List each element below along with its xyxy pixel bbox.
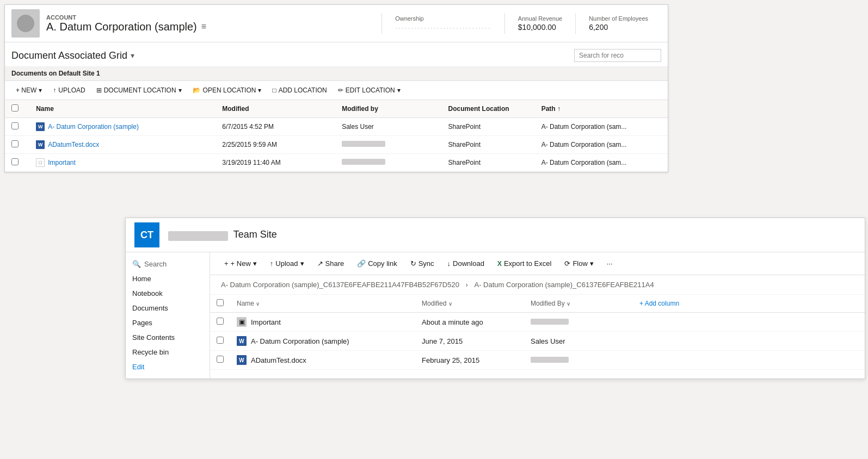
col-header-name[interactable]: Name bbox=[29, 100, 216, 118]
sp-new-chevron-icon: ▾ bbox=[253, 259, 257, 268]
sp-col-header-check bbox=[210, 295, 230, 313]
sp-row-checkbox[interactable] bbox=[217, 337, 224, 344]
sp-upload-icon: ↑ bbox=[270, 259, 274, 268]
list-item: ▣ Important About a minute ago bbox=[210, 313, 865, 332]
sidebar-item-home[interactable]: Home bbox=[126, 271, 210, 286]
col-header-doc-location[interactable]: Document Location bbox=[442, 100, 535, 118]
row-checkbox[interactable] bbox=[11, 158, 19, 165]
open-location-icon: 📂 bbox=[193, 86, 201, 94]
sp-export-button[interactable]: X Export to Excel bbox=[492, 257, 557, 270]
upload-button-label: UPLOAD bbox=[58, 86, 85, 94]
sp-upload-chevron-icon: ▾ bbox=[300, 259, 304, 268]
row-doc-location-cell: SharePoint bbox=[442, 118, 535, 136]
sp-col-header-add-col[interactable]: + Add column bbox=[633, 295, 865, 313]
open-location-button[interactable]: 📂 OPEN LOCATION ▾ bbox=[188, 84, 266, 96]
row-modified-by-cell bbox=[335, 154, 441, 172]
doc-location-icon: ⊞ bbox=[96, 86, 102, 94]
sp-upload-label: Upload bbox=[275, 259, 298, 268]
stat-annual-revenue: Annual Revenue $10,000.00 bbox=[504, 13, 575, 34]
sp-more-label: ··· bbox=[607, 259, 613, 268]
account-stats: Ownership ..............................… bbox=[381, 13, 661, 34]
stat-ownership-value: .............................. bbox=[395, 22, 491, 30]
sp-nav-search[interactable]: 🔍 Search bbox=[126, 257, 210, 271]
sidebar-item-recycle-bin[interactable]: Recycle bin bbox=[126, 345, 210, 359]
sp-row-modified-cell: June 7, 2015 bbox=[415, 332, 524, 351]
sp-row-checkbox[interactable] bbox=[217, 318, 224, 325]
new-button[interactable]: + NEW ▾ bbox=[11, 84, 46, 96]
row-doc-location-cell: SharePoint bbox=[442, 154, 535, 172]
sp-col-header-modified-by[interactable]: Modified By ∨ bbox=[524, 295, 633, 313]
sp-main: 🔍 Search Home Notebook Documents Pages S… bbox=[126, 252, 865, 379]
sp-sync-label: Sync bbox=[418, 259, 434, 268]
dag-chevron-icon[interactable]: ▾ bbox=[131, 51, 134, 60]
file-link[interactable]: W A- Datum Corporation (sample) bbox=[36, 122, 209, 131]
avatar-icon bbox=[17, 15, 34, 32]
blurred-user bbox=[342, 159, 385, 165]
sp-row-name-cell: ▣ Important bbox=[230, 313, 415, 332]
sp-logo: CT bbox=[134, 222, 159, 247]
sidebar-item-pages[interactable]: Pages bbox=[126, 315, 210, 330]
add-location-button[interactable]: □ ADD LOCATION bbox=[268, 84, 331, 96]
sp-download-label: Download bbox=[453, 259, 484, 268]
sp-blurred-user bbox=[531, 357, 569, 363]
upload-button[interactable]: ↑ UPLOAD bbox=[48, 84, 89, 96]
stat-employees-value: 6,200 bbox=[589, 23, 648, 32]
edit-location-button[interactable]: ✏ EDIT LOCATION ▾ bbox=[334, 84, 405, 96]
sp-row-name-cell: W ADatumTest.docx bbox=[230, 351, 415, 370]
sp-file-link[interactable]: ▣ Important bbox=[237, 317, 409, 327]
breadcrumb-part2: A- Datum Corporation (sample)_C6137E6FEA… bbox=[474, 281, 654, 289]
sp-flow-button[interactable]: ⟳ Flow ▾ bbox=[559, 257, 599, 270]
breadcrumb-separator-icon: › bbox=[466, 281, 470, 289]
sidebar-item-edit[interactable]: Edit bbox=[126, 359, 210, 374]
file-link[interactable]: □ Important bbox=[36, 158, 209, 167]
sp-header: CT Team Site bbox=[126, 218, 865, 252]
dag-title: Document Associated Grid ▾ bbox=[11, 50, 134, 61]
sp-row-check-cell bbox=[210, 313, 230, 332]
sp-file-link[interactable]: W A- Datum Corporation (sample) bbox=[237, 336, 409, 346]
new-button-label: + NEW bbox=[16, 86, 36, 94]
sp-more-button[interactable]: ··· bbox=[601, 257, 618, 270]
sp-copy-link-icon: 🔗 bbox=[357, 259, 366, 268]
sp-download-icon: ↓ bbox=[447, 259, 451, 268]
sp-file-link[interactable]: W ADatumTest.docx bbox=[237, 355, 409, 365]
row-checkbox[interactable] bbox=[11, 122, 19, 129]
dag-title-text: Document Associated Grid bbox=[11, 50, 127, 61]
doc-location-chevron-icon: ▾ bbox=[178, 86, 182, 94]
sidebar-item-site-contents[interactable]: Site Contents bbox=[126, 330, 210, 345]
sp-copy-link-button[interactable]: 🔗 Copy link bbox=[352, 257, 402, 270]
sidebar-item-notebook[interactable]: Notebook bbox=[126, 286, 210, 301]
table-row: W A- Datum Corporation (sample) 6/7/2015… bbox=[5, 118, 668, 136]
row-path-cell: A- Datum Corporation (sam... bbox=[535, 136, 668, 154]
row-check-cell bbox=[5, 154, 29, 172]
account-name: A. Datum Corporation (sample) ≡ bbox=[46, 21, 381, 33]
document-table: Name Modified Modified by Document Locat… bbox=[5, 100, 668, 172]
sp-download-button[interactable]: ↓ Download bbox=[442, 257, 490, 270]
sp-site-suffix: Team Site bbox=[233, 229, 277, 240]
file-link[interactable]: W ADatumTest.docx bbox=[36, 140, 209, 149]
sp-row-checkbox[interactable] bbox=[217, 356, 224, 363]
top-panel: ACCOUNT A. Datum Corporation (sample) ≡ … bbox=[4, 4, 668, 172]
col-header-modified[interactable]: Modified bbox=[216, 100, 335, 118]
sp-col-header-name[interactable]: Name ∨ bbox=[230, 295, 415, 313]
sp-new-button[interactable]: + + New ▾ bbox=[219, 257, 262, 270]
row-name-cell: W ADatumTest.docx bbox=[29, 136, 216, 154]
row-checkbox[interactable] bbox=[11, 140, 19, 147]
col-header-path[interactable]: Path ↑ bbox=[535, 100, 668, 118]
sidebar-item-documents[interactable]: Documents bbox=[126, 301, 210, 315]
hamburger-icon[interactable]: ≡ bbox=[201, 22, 206, 32]
upload-icon: ↑ bbox=[53, 86, 56, 94]
document-location-label: DOCUMENT LOCATION bbox=[104, 86, 176, 94]
sp-share-button[interactable]: ↗ Share bbox=[312, 257, 350, 270]
sp-select-all-checkbox[interactable] bbox=[217, 299, 224, 306]
row-path-cell: A- Datum Corporation (sam... bbox=[535, 154, 668, 172]
sp-row-check-cell bbox=[210, 351, 230, 370]
account-name-text: A. Datum Corporation (sample) bbox=[46, 21, 197, 33]
document-location-button[interactable]: ⊞ DOCUMENT LOCATION ▾ bbox=[92, 84, 186, 96]
select-all-checkbox[interactable] bbox=[11, 104, 19, 111]
sp-sync-button[interactable]: ↻ Sync bbox=[405, 257, 440, 270]
col-header-modified-by[interactable]: Modified by bbox=[335, 100, 441, 118]
word-icon: W bbox=[36, 140, 45, 149]
sp-upload-button[interactable]: ↑ Upload ▾ bbox=[264, 257, 310, 270]
sp-col-header-modified[interactable]: Modified ∨ bbox=[415, 295, 524, 313]
dag-search-input[interactable] bbox=[574, 49, 661, 62]
